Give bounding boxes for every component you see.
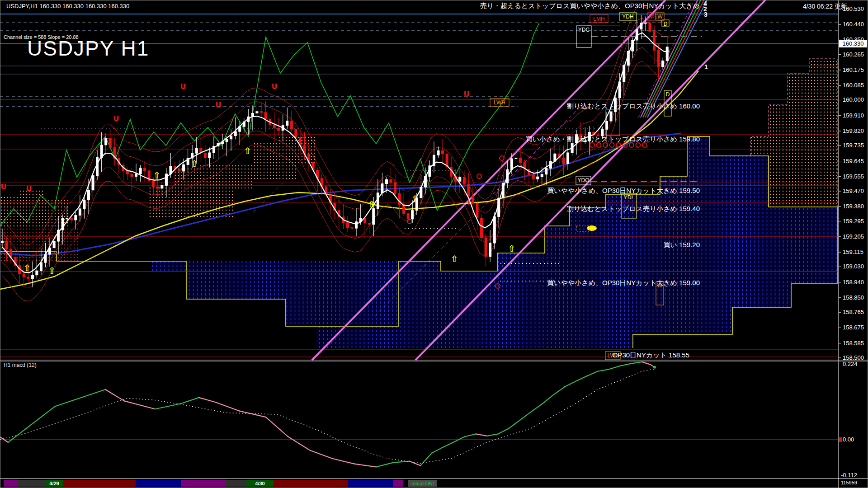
tag-label-YDL[interactable]: YDL <box>624 194 635 201</box>
candle-body <box>515 158 517 159</box>
order-annotation-5: 買い 159.20 <box>664 241 700 249</box>
candle-body <box>411 211 414 219</box>
candle-body <box>152 181 155 187</box>
candle-body <box>545 168 547 174</box>
axis-tick-label: 159.820 <box>843 127 864 134</box>
session-segment[interactable] <box>181 480 226 487</box>
macd-line-segment <box>642 362 651 365</box>
macd-line-segment <box>288 436 310 450</box>
candle-body <box>70 218 72 220</box>
order-annotation-0: 売り・超えるとストップロス買いやや小さめ、OP30日NYカット大きめ <box>480 2 700 9</box>
session-segment[interactable] <box>226 480 246 487</box>
macd-line-segment <box>609 366 620 369</box>
axis-tick-label: 158.765 <box>843 309 864 315</box>
macd-pane-title: H1 macd (12) <box>4 362 37 368</box>
candle-body <box>385 179 387 183</box>
session-segment[interactable] <box>63 480 136 487</box>
candle-body <box>351 228 353 229</box>
candle-body <box>644 23 646 23</box>
order-annotation-4: 割り込むとストップロス売り小さめ 159.40 <box>567 205 700 212</box>
axis-tick-label: 159.295 <box>843 218 864 225</box>
ichimoku-cloud-orange_mid_a <box>149 164 253 217</box>
candle-body <box>567 153 569 164</box>
tag-label-YDH[interactable]: YDH <box>622 14 633 20</box>
timeline-bar[interactable]: 4/294/30macd ON! <box>4 480 437 487</box>
candle-body <box>23 274 25 277</box>
tag-label-D[interactable]: D <box>666 91 670 98</box>
chart-watermark: USDJPY H1 <box>27 36 149 61</box>
macd-line-segment <box>105 389 124 401</box>
axis-background <box>838 0 868 488</box>
macd-line-segment <box>476 434 487 436</box>
candle-body <box>368 223 370 225</box>
macd-line-segment <box>55 389 105 406</box>
buy-arrow-icon: ⇧ <box>48 265 56 276</box>
candle-body <box>481 218 483 238</box>
candle-body <box>295 129 297 137</box>
order-annotation-6: 買いやや小さめ、OP30日NYカット大きめ 159.00 <box>547 279 700 286</box>
macd-line-segment <box>631 362 642 364</box>
last-updated-timestamp: 4/30 06:22 更新 <box>803 3 847 11</box>
candle-body <box>1 241 4 243</box>
ichimoku-cloud-orange_left <box>0 188 70 228</box>
main-chart-canvas[interactable]: UUUUUUU⇧⇧⇧⇧⇧⇧⇧⇧⇧LMHYDHMWDYDCLWHYDOYDLDWL… <box>0 0 868 488</box>
macd-line-segment <box>181 398 199 404</box>
tag-label-YDC[interactable]: YDC <box>578 27 590 33</box>
red-circle-marker-icon <box>610 143 614 147</box>
session-segment[interactable] <box>348 480 393 487</box>
session-date-label: 4/29 <box>49 481 59 486</box>
session-date-label: 4/30 <box>255 481 264 486</box>
candle-body <box>83 200 85 209</box>
axis-tick-label: 158.850 <box>843 294 864 301</box>
red-circle-marker-icon <box>629 143 634 147</box>
axis-tick-label: 159.380 <box>843 203 864 210</box>
axis-tick-label: 159.115 <box>843 249 863 255</box>
candle-body <box>662 61 664 66</box>
macd-line-segment <box>520 412 531 420</box>
axis-tick-label: 160.440 <box>843 21 864 28</box>
macd-line-segment <box>199 398 216 402</box>
tag-label-LWH[interactable]: LWH <box>494 99 505 106</box>
candle-body <box>347 223 349 228</box>
tag-label-LMH[interactable]: LMH <box>593 16 604 22</box>
buy-arrow-icon: ⇧ <box>153 170 161 181</box>
yellow-highlight-marker <box>587 225 597 231</box>
macd-line-segment <box>509 420 520 428</box>
macd-line-segment <box>393 461 410 463</box>
candle-body <box>79 209 81 216</box>
sell-marker-icon: U <box>26 184 32 193</box>
candle-body <box>489 243 491 257</box>
session-segment[interactable] <box>393 480 403 487</box>
red-circle-marker-icon <box>642 143 647 147</box>
candle-body <box>472 196 474 203</box>
session-segment[interactable] <box>136 480 181 487</box>
fan-number-label: 1 <box>704 63 708 70</box>
red-circle-marker-icon <box>500 156 504 160</box>
candle-body <box>390 179 392 183</box>
candle-body <box>381 184 383 193</box>
order-annotation-1: 割り込むとストップロス売り小さめ 160.00 <box>567 102 700 110</box>
macd-line-segment <box>576 376 587 381</box>
tag-label-W[interactable]: W <box>657 14 663 20</box>
session-segment[interactable] <box>4 480 18 487</box>
tag-label-YDO[interactable]: YDO <box>577 177 589 183</box>
buy-arrow-icon: ⇧ <box>24 263 31 273</box>
macd-badge-label: macd ON! <box>411 481 434 486</box>
candle-body <box>273 125 275 128</box>
candle-body <box>178 169 180 171</box>
candle-body <box>657 50 660 66</box>
candle-body <box>183 164 185 171</box>
candle-body <box>226 139 228 142</box>
candle-body <box>135 174 137 177</box>
axis-tick-label: 158.675 <box>843 324 864 331</box>
session-segment[interactable] <box>18 480 45 487</box>
candle-body <box>510 159 513 169</box>
macd-line-segment <box>310 450 332 459</box>
red-circle-marker-icon <box>590 143 594 147</box>
macd-line-segment <box>553 387 565 395</box>
candle-body <box>40 263 42 271</box>
session-segment[interactable] <box>274 480 348 487</box>
tag-label-D[interactable]: D <box>664 21 668 27</box>
tag-label-M[interactable]: M <box>649 14 654 20</box>
candle-body <box>139 168 142 174</box>
